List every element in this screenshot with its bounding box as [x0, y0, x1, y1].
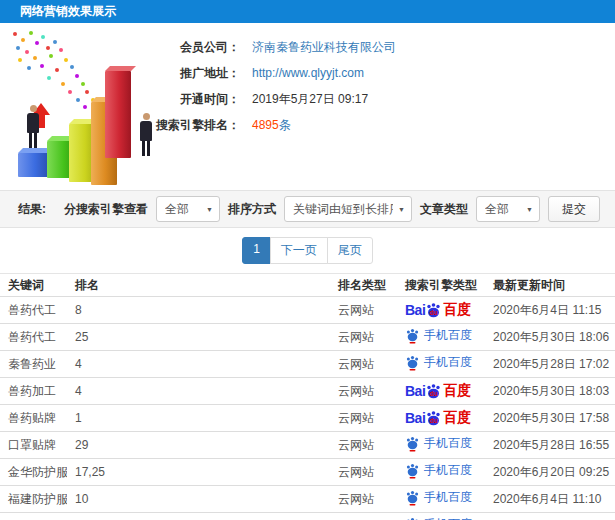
engine-type-cell: Bai du 百度 [397, 378, 485, 405]
last-page-button[interactable]: 尾页 [327, 237, 373, 264]
mobile-baidu-link[interactable]: 手机百度 [405, 462, 472, 479]
article-type-label: 文章类型 [420, 201, 468, 218]
info-row-url: 推广地址： http://www.qlyyjt.com [130, 60, 396, 86]
next-page-button[interactable]: 下一页 [270, 237, 328, 264]
rank-link[interactable]: 10 [67, 486, 330, 513]
updated-time-cell: 2020年5月30日 18:06 [485, 324, 615, 351]
col-header-rank-type: 排名类型 [330, 274, 397, 297]
promo-url-link[interactable]: http://www.qlyyjt.com [252, 66, 364, 80]
submit-button[interactable]: 提交 [548, 196, 600, 222]
mobile-baidu-link[interactable]: 手机百度 [405, 327, 472, 344]
engine-type-cell: 手机百度 [397, 351, 485, 378]
sort-label: 排序方式 [228, 201, 276, 218]
chevron-down-icon: 关键词由短到长排序 [284, 196, 412, 222]
rank-type-cell: 云网站 [330, 486, 397, 513]
promo-url-label: 推广地址： [130, 65, 240, 82]
mobile-baidu-link[interactable]: 手机百度 [405, 489, 472, 506]
svg-text:du: du [430, 417, 438, 424]
open-time-value: 2019年5月27日 09:17 [252, 91, 368, 108]
svg-text:du: du [430, 309, 438, 316]
updated-time-cell: 2020年5月30日 17:58 [485, 405, 615, 432]
page-title-bar: 网络营销效果展示 [0, 0, 615, 23]
table-header-row: 关键词 排名 排名类型 搜索引擎类型 最新更新时间 [0, 274, 615, 297]
rank-link[interactable]: 17,25 [67, 459, 330, 486]
result-label: 结果: [18, 201, 46, 218]
mobile-baidu-paw-icon [405, 355, 420, 371]
rank-type-cell: 云网站 [330, 459, 397, 486]
engine-type-cell: Bai du 百度 [397, 297, 485, 324]
mobile-baidu-link[interactable]: 手机百度 [405, 354, 472, 371]
rank-link[interactable]: 4 [67, 351, 330, 378]
filter-bar: 结果: 分搜索引擎查看 全部 排序方式 关键词由短到长排序 文章类型 全部 提交 [0, 190, 615, 228]
keyword-cell: 兽药加工 [0, 378, 67, 405]
open-time-label: 开通时间： [130, 91, 240, 108]
rank-type-cell [330, 513, 397, 520]
updated-time-cell: 2020年5月30日 18:03 [485, 378, 615, 405]
company-name-link[interactable]: 济南秦鲁药业科技有限公司 [252, 39, 396, 56]
updated-time-cell: 2020年6月20日 09:25 [485, 459, 615, 486]
col-header-keyword: 关键词 [0, 274, 67, 297]
page-1-button[interactable]: 1 [242, 237, 271, 264]
table-row: 福建防护服 10 云网站 手机百度 2020年6月4日 11:10 [0, 486, 615, 513]
ranking-count-unit: 条 [279, 117, 291, 134]
rank-link[interactable]: 1 [67, 405, 330, 432]
keyword-cell: 金华防护服 [0, 459, 67, 486]
baidu-logo: Bai du 百度 [405, 409, 471, 427]
engine-view-select[interactable]: 全部 [157, 197, 219, 221]
info-row-open-time: 开通时间： 2019年5月27日 09:17 [130, 86, 396, 112]
keyword-cell: 兽药代工 [0, 297, 67, 324]
rank-link[interactable]: 25 [67, 324, 330, 351]
col-header-engine-type: 搜索引擎类型 [397, 274, 485, 297]
table-row: 兽药贴牌 1 云网站 Bai du 百度 2020年5月30日 17:58 [0, 405, 615, 432]
table-row: 口罩贴牌 29 云网站 手机百度 2020年5月28日 16:55 [0, 432, 615, 459]
mobile-baidu-link[interactable]: 手机百度 [405, 435, 472, 452]
engine-type-cell: 手机百度 [397, 324, 485, 351]
rank-link[interactable]: 29 [67, 432, 330, 459]
updated-time-cell: 2020年5月28日 16:55 [485, 432, 615, 459]
rank-type-cell: 云网站 [330, 351, 397, 378]
engine-type-cell: 手机百度 [397, 459, 485, 486]
baidu-paw-icon: du [425, 410, 442, 427]
rank-type-cell: 云网站 [330, 432, 397, 459]
info-row-company: 会员公司： 济南秦鲁药业科技有限公司 [130, 34, 396, 60]
rank-link[interactable]: 8 [67, 297, 330, 324]
page-title: 网络营销效果展示 [20, 4, 116, 18]
keyword-ranking-table: 关键词 排名 排名类型 搜索引擎类型 最新更新时间 兽药代工 8 云网站 Bai… [0, 273, 615, 520]
updated-time-cell: 2020年5月28日 17:02 [485, 351, 615, 378]
keyword-cell [0, 513, 67, 520]
mobile-baidu-link[interactable]: 手机百度 [405, 516, 472, 520]
article-type-select[interactable]: 全部 [477, 197, 539, 221]
table-row: 兽药代工 8 云网站 Bai du 百度 2020年6月4日 11:15 [0, 297, 615, 324]
company-info-list: 会员公司： 济南秦鲁药业科技有限公司 推广地址： http://www.qlyy… [130, 34, 396, 138]
table-row: 兽药代工 25 云网站 手机百度 2020年5月30日 18:06 [0, 324, 615, 351]
table-row: 手机百度 [0, 513, 615, 520]
keyword-cell: 兽药贴牌 [0, 405, 67, 432]
rank-type-cell: 云网站 [330, 297, 397, 324]
company-info-section: 会员公司： 济南秦鲁药业科技有限公司 推广地址： http://www.qlyy… [0, 23, 615, 190]
sort-select[interactable]: 关键词由短到长排序 [285, 197, 411, 221]
chevron-down-icon: 全部 [476, 196, 540, 222]
mobile-baidu-paw-icon [405, 463, 420, 479]
keyword-cell: 口罩贴牌 [0, 432, 67, 459]
updated-time-cell [485, 513, 615, 520]
svg-text:du: du [430, 390, 438, 397]
mobile-baidu-paw-icon [405, 490, 420, 506]
pagination: 1 下一页 尾页 [242, 237, 373, 264]
table-row: 兽药加工 4 云网站 Bai du 百度 2020年5月30日 18:03 [0, 378, 615, 405]
ranking-count-value: 4895 [252, 118, 279, 132]
updated-time-cell: 2020年6月4日 11:10 [485, 486, 615, 513]
mobile-baidu-paw-icon [405, 328, 420, 344]
ranking-count-label: 搜索引擎排名： [130, 117, 240, 134]
rank-link[interactable]: 4 [67, 378, 330, 405]
businessman-figure-left [25, 105, 41, 148]
rank-link[interactable] [67, 513, 330, 520]
rank-type-cell: 云网站 [330, 405, 397, 432]
keyword-cell: 秦鲁药业 [0, 351, 67, 378]
table-row: 秦鲁药业 4 云网站 手机百度 2020年5月28日 17:02 [0, 351, 615, 378]
rank-type-cell: 云网站 [330, 378, 397, 405]
confetti-decoration [13, 32, 17, 36]
baidu-logo: Bai du 百度 [405, 301, 471, 319]
company-label: 会员公司： [130, 39, 240, 56]
engine-type-cell: 手机百度 [397, 513, 485, 520]
engine-type-cell: Bai du 百度 [397, 405, 485, 432]
